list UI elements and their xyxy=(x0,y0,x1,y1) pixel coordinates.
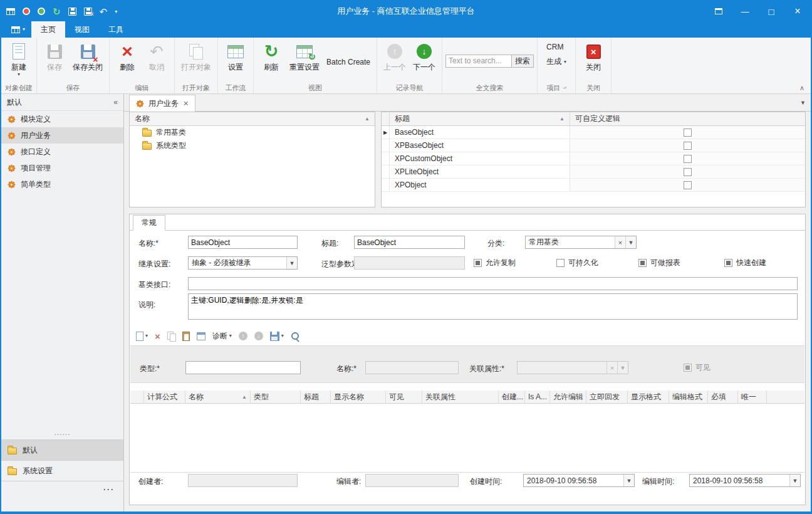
category-combo[interactable]: 常用基类 × ▼ xyxy=(525,236,637,249)
generate-button[interactable]: 生成▾ xyxy=(543,55,570,68)
column-header[interactable]: Is A... xyxy=(525,391,550,403)
sidebar-item-module-definition[interactable]: 模块定义 xyxy=(1,111,123,127)
chevron-down-icon[interactable]: ▼ xyxy=(623,475,634,486)
previous-record-button[interactable]: ↑ 上一个 xyxy=(380,39,409,82)
cancel-button[interactable]: ↶ 取消 xyxy=(142,39,171,82)
column-header[interactable]: 标题 xyxy=(301,391,331,403)
persistable-checkbox[interactable]: 可持久化 xyxy=(556,258,598,268)
tree-item-common-base[interactable]: 常用基类 xyxy=(130,126,375,139)
column-header[interactable]: 允许编辑 xyxy=(550,391,586,403)
custom-logic-checkbox[interactable] xyxy=(684,142,692,150)
search-input[interactable] xyxy=(445,55,512,68)
column-header[interactable]: 计算公式 xyxy=(144,391,185,403)
column-header[interactable]: 必填 xyxy=(708,391,738,403)
sidebar-overflow-button[interactable]: ··· xyxy=(1,481,123,498)
export-button[interactable] xyxy=(197,332,206,340)
move-up-button[interactable]: ↑ xyxy=(239,332,247,340)
new-button[interactable]: 新建 ▾ xyxy=(4,39,33,82)
batch-create-button[interactable]: Batch Create xyxy=(323,39,373,82)
preview-button[interactable] xyxy=(291,332,300,341)
ribbon-menu-button[interactable]: ▾ xyxy=(5,21,31,38)
sidebar-splitter[interactable]: ...... xyxy=(1,428,123,439)
type-field[interactable] xyxy=(185,361,301,374)
column-header[interactable]: 显示名称 xyxy=(331,391,386,403)
diagnose-button[interactable]: 诊断▾ xyxy=(212,331,232,342)
sidebar-item-user-business[interactable]: 用户业务 xyxy=(1,127,123,144)
sidebar-group-system-settings[interactable]: 系统设置 xyxy=(1,460,123,481)
next-record-button[interactable]: ↓ 下一个 xyxy=(410,39,439,82)
abort-icon[interactable] xyxy=(23,6,30,17)
table-row[interactable]: XPObject xyxy=(382,179,805,192)
custom-logic-checkbox[interactable] xyxy=(684,181,692,189)
column-header[interactable]: 名称▲ xyxy=(185,391,251,403)
view-settings-icon[interactable] xyxy=(6,6,15,17)
column-header[interactable]: 唯一 xyxy=(738,391,767,403)
delete-property-button[interactable]: × xyxy=(155,332,160,341)
ribbon-collapse-icon[interactable]: ∧ xyxy=(799,84,804,92)
table-row[interactable]: XPCustomObject xyxy=(382,152,805,165)
reset-settings-button[interactable]: ↻ 重置设置 xyxy=(286,39,323,82)
open-object-button[interactable]: 打开对象 xyxy=(178,39,214,82)
add-property-button[interactable]: ▾ xyxy=(136,332,148,341)
column-header[interactable]: 显示格式 xyxy=(628,391,669,403)
close-view-button[interactable]: × 关闭 xyxy=(579,39,608,82)
column-header-title[interactable]: 标题 ▲ xyxy=(390,112,570,125)
search-button[interactable]: 搜索 xyxy=(512,55,534,68)
description-field[interactable]: 主键:GUID,逻辑删除:是,并发锁:是 xyxy=(188,293,798,320)
custom-logic-checkbox[interactable] xyxy=(684,128,692,137)
run-icon[interactable] xyxy=(38,6,45,17)
save-close-icon[interactable]: × xyxy=(84,6,92,17)
column-header[interactable]: 创建... xyxy=(499,391,525,403)
save-button[interactable]: 保存 xyxy=(40,39,69,82)
tab-home[interactable]: 主页 xyxy=(31,21,65,38)
base-interface-field[interactable] xyxy=(188,277,798,290)
refresh-icon[interactable]: ↻ xyxy=(53,6,61,17)
tree-item-system-types[interactable]: 系统类型 xyxy=(130,139,375,152)
title-field[interactable] xyxy=(354,236,465,249)
maximize-button[interactable]: □ xyxy=(758,1,784,21)
column-header[interactable]: 编辑格式 xyxy=(669,391,708,403)
tree-column-header-name[interactable]: 名称 ▲ xyxy=(130,112,375,126)
tab-tools[interactable]: 工具 xyxy=(99,21,133,38)
copy-button[interactable] xyxy=(167,332,175,341)
delete-button[interactable]: × 删除 xyxy=(113,39,142,82)
tab-list-dropdown-icon[interactable]: ▼ xyxy=(800,100,806,106)
sidebar-group-default[interactable]: 默认 xyxy=(1,439,123,460)
custom-logic-checkbox[interactable] xyxy=(684,155,692,163)
clear-icon[interactable]: × xyxy=(615,236,625,248)
settings-button[interactable]: 设置 xyxy=(221,39,250,82)
table-row[interactable]: ▶ BaseObject xyxy=(382,126,805,139)
chevron-down-icon[interactable]: ▼ xyxy=(625,236,636,248)
crm-button[interactable]: CRM xyxy=(543,41,567,53)
edited-time-combo[interactable]: 2018-09-10 09:56:58 ▼ xyxy=(689,474,801,487)
name-field[interactable] xyxy=(188,236,298,249)
custom-logic-checkbox[interactable] xyxy=(684,168,692,176)
move-down-button[interactable]: ↓ xyxy=(254,332,263,340)
sidebar-item-project-management[interactable]: 项目管理 xyxy=(1,160,123,176)
quick-create-checkbox[interactable]: 快速创建 xyxy=(724,258,766,268)
refresh-button[interactable]: ↻ 刷新 xyxy=(257,39,286,82)
allow-copy-checkbox[interactable]: 允许复制 xyxy=(474,258,516,268)
undo-icon[interactable]: ↶ xyxy=(100,6,108,17)
save-layout-button[interactable]: ▾ xyxy=(270,332,284,341)
chevron-down-icon[interactable]: ▼ xyxy=(789,475,800,486)
column-header[interactable]: 类型 xyxy=(251,391,301,403)
paste-button[interactable] xyxy=(182,332,190,341)
close-button[interactable]: × xyxy=(784,1,811,21)
inherit-combo[interactable]: 抽象 - 必须被继承 ▼ xyxy=(188,256,298,270)
tab-view[interactable]: 视图 xyxy=(65,21,99,38)
reportable-checkbox[interactable]: 可做报表 xyxy=(638,258,680,268)
save-close-button[interactable]: × 保存关闭 xyxy=(70,39,106,82)
ribbon-display-button[interactable] xyxy=(705,1,732,21)
created-time-combo[interactable]: 2018-09-10 09:56:58 ▼ xyxy=(523,474,635,487)
vertical-splitter[interactable] xyxy=(375,112,381,207)
sidebar-item-simple-types[interactable]: 简单类型 xyxy=(1,176,123,192)
tab-general[interactable]: 常规 xyxy=(133,215,165,231)
tab-close-icon[interactable]: ✕ xyxy=(183,100,189,108)
sidebar-item-interface-definition[interactable]: 接口定义 xyxy=(1,144,123,160)
table-row[interactable]: XPBaseObject xyxy=(382,139,805,152)
table-row[interactable]: XPLiteObject xyxy=(382,165,805,179)
column-header[interactable]: 立即回发 xyxy=(586,391,628,403)
minimize-button[interactable]: — xyxy=(732,1,758,21)
column-header[interactable]: 关联属性 xyxy=(422,391,499,403)
